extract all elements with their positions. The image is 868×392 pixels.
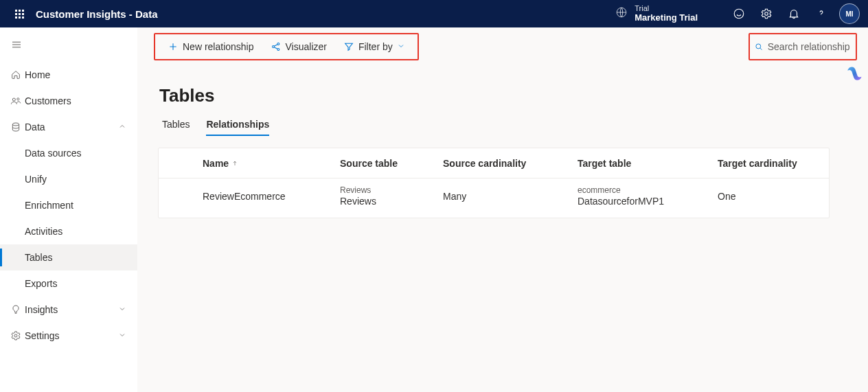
sidebar-item-label: Home (25, 69, 50, 80)
app-title: Customer Insights - Data (33, 8, 158, 20)
hamburger-icon[interactable] (10, 38, 23, 53)
cmd-label: Filter by (358, 41, 393, 52)
sidebar-item-label: Enrichment (25, 200, 73, 211)
sidebar-item-data[interactable]: Data (0, 114, 137, 140)
svg-point-3 (12, 98, 15, 101)
cmd-label: Visualizer (286, 41, 327, 52)
sidebar-item-label: Activities (25, 226, 62, 237)
page-title: Tables (154, 66, 857, 113)
gear-icon (7, 330, 25, 341)
col-source-table[interactable]: Source table (337, 158, 440, 169)
svg-point-1 (734, 9, 744, 19)
sidebar-item-label: Tables (25, 252, 52, 263)
account-avatar[interactable]: MI (839, 3, 860, 24)
top-bar: Customer Insights - Data Trial Marketing… (0, 0, 868, 27)
svg-point-8 (277, 43, 279, 45)
command-bar: New relationship Visualizer Filter by (154, 33, 419, 60)
new-relationship-button[interactable]: New relationship (161, 34, 261, 59)
filter-icon (343, 41, 354, 52)
search-icon (754, 41, 764, 52)
sidebar-item-settings[interactable]: Settings (0, 323, 137, 349)
tabs: Tables Relationships (154, 113, 857, 135)
app-launcher-icon[interactable] (5, 0, 33, 27)
chevron-up-icon (118, 122, 126, 132)
sidebar-item-activities[interactable]: Activities (0, 218, 137, 244)
svg-point-5 (12, 123, 19, 126)
sidebar-item-home[interactable]: Home (0, 62, 137, 88)
chevron-down-icon (118, 304, 126, 315)
svg-point-9 (277, 49, 279, 51)
environment-picker[interactable]: Trial Marketing Trial (615, 4, 725, 23)
sidebar-item-label: Settings (25, 330, 60, 341)
table-header: Name Source table Source cardinality Tar… (159, 148, 829, 178)
sidebar-item-label: Data (25, 122, 45, 132)
feedback-icon[interactable] (725, 0, 753, 27)
copilot-icon[interactable] (845, 65, 864, 84)
svg-point-2 (765, 12, 768, 16)
help-icon[interactable] (808, 0, 835, 27)
share-icon (271, 41, 282, 52)
sidebar-item-insights[interactable]: Insights (0, 297, 137, 323)
environment-name: Marketing Trial (635, 13, 698, 23)
svg-point-6 (14, 334, 17, 337)
col-source-cardinality[interactable]: Source cardinality (440, 158, 575, 169)
cell-target-cardinality: One (715, 191, 829, 202)
sidebar-item-enrichment[interactable]: Enrichment (0, 192, 137, 218)
col-name[interactable]: Name (200, 158, 337, 169)
sidebar-item-tables[interactable]: Tables (0, 244, 137, 270)
cell-source-table: Reviews Reviews (337, 185, 440, 208)
table-row[interactable]: ReviewEcommerce Reviews Reviews Many eco… (159, 178, 829, 218)
sidebar-item-label: Data sources (25, 148, 81, 159)
insights-icon (7, 304, 25, 315)
main-content: New relationship Visualizer Filter by (137, 27, 868, 392)
nav-collapse-area (0, 27, 33, 53)
chevron-down-icon (118, 330, 126, 341)
svg-point-10 (756, 44, 761, 49)
cmd-label: New relationship (183, 41, 254, 52)
sidebar-item-exports[interactable]: Exports (0, 270, 137, 297)
cell-name: ReviewEcommerce (200, 191, 337, 202)
cell-target-table: ecommerce DatasourceforMVP1 (575, 185, 715, 208)
environment-icon (615, 6, 628, 21)
tab-relationships[interactable]: Relationships (206, 113, 269, 135)
sidebar-item-unify[interactable]: Unify (0, 166, 137, 192)
customers-icon (7, 95, 25, 106)
sidebar-item-customers[interactable]: Customers (0, 88, 137, 114)
sidebar-item-label: Insights (25, 304, 58, 315)
sort-asc-icon (231, 158, 238, 169)
sidebar-item-data-sources[interactable]: Data sources (0, 140, 137, 166)
search-relationships[interactable] (749, 33, 857, 60)
svg-point-4 (17, 98, 19, 100)
sidebar-item-label: Unify (25, 174, 47, 185)
home-icon (7, 69, 25, 80)
tab-tables[interactable]: Tables (162, 113, 190, 135)
top-actions: MI (725, 0, 863, 27)
search-input[interactable] (768, 41, 850, 52)
svg-point-7 (272, 46, 274, 48)
notifications-icon[interactable] (780, 0, 808, 27)
sidebar-item-label: Exports (25, 278, 57, 289)
sidebar: Home Customers Data Data sources Unify E… (0, 27, 137, 392)
data-icon (7, 122, 25, 132)
settings-icon[interactable] (753, 0, 780, 27)
col-target-table[interactable]: Target table (575, 158, 715, 169)
sidebar-item-label: Customers (25, 95, 71, 106)
environment-label: Trial (635, 4, 698, 13)
visualizer-button[interactable]: Visualizer (264, 34, 334, 59)
relationships-table: Name Source table Source cardinality Tar… (158, 148, 830, 218)
col-target-cardinality[interactable]: Target cardinality (715, 158, 829, 169)
plus-icon (168, 41, 179, 52)
filter-by-button[interactable]: Filter by (336, 34, 412, 59)
chevron-down-icon (397, 41, 405, 52)
cell-source-cardinality: Many (440, 191, 575, 202)
